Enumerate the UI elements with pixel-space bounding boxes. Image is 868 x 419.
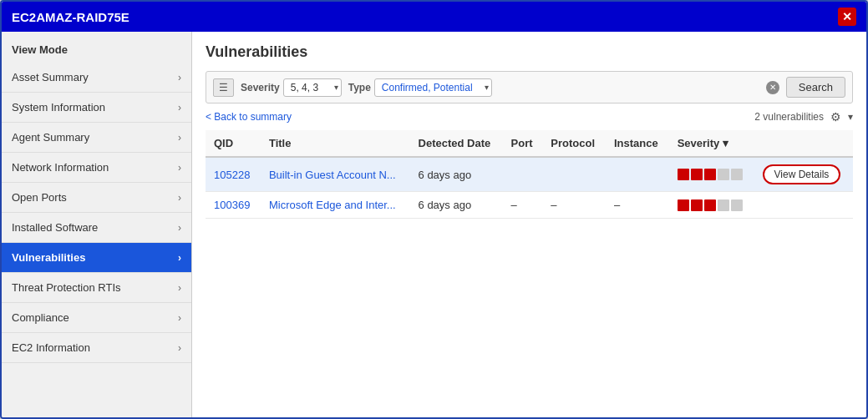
severity-bar xyxy=(704,199,716,211)
qid-cell[interactable]: 100369 xyxy=(206,192,261,219)
vuln-count-row: 2 vulnerabilities ⚙ ▾ xyxy=(754,110,853,124)
chevron-right-icon: › xyxy=(178,252,181,264)
severity-bar xyxy=(731,169,743,180)
sidebar-item-asset-summary[interactable]: Asset Summary› xyxy=(2,63,191,93)
protocol-cell: – xyxy=(542,192,606,219)
chevron-right-icon: › xyxy=(178,192,181,204)
columns-icon: ☰ xyxy=(219,82,228,93)
vuln-table-body: 105228 Built-in Guest Account N... 6 day… xyxy=(206,157,853,219)
type-filter-label: Type xyxy=(348,82,371,93)
sidebar-item-agent-summary[interactable]: Agent Summary› xyxy=(2,123,191,153)
severity-sort-icon: ▾ xyxy=(723,137,728,149)
severity-dropdown-wrapper[interactable]: 5, 4, 3 ▾ xyxy=(283,78,342,97)
severity-filter-label: Severity xyxy=(241,82,280,93)
vuln-count: 2 vulnerabilities xyxy=(754,111,824,123)
columns-button[interactable]: ☰ xyxy=(213,78,234,97)
view-details-button[interactable]: View Details xyxy=(763,164,841,184)
severity-value[interactable]: 5, 4, 3 xyxy=(283,78,342,97)
detected-date-cell: 6 days ago xyxy=(410,192,503,219)
instance-cell: – xyxy=(606,192,669,219)
detected-date-cell: 6 days ago xyxy=(410,157,503,192)
col-severity[interactable]: Severity ▾ xyxy=(669,130,754,157)
sidebar-item-network-information[interactable]: Network Information› xyxy=(2,153,191,183)
main-window: EC2AMAZ-RAID75E ✕ View Mode Asset Summar… xyxy=(0,0,868,419)
severity-bar xyxy=(704,169,716,180)
severity-bars xyxy=(678,199,746,211)
col-qid: QID xyxy=(206,130,261,157)
view-mode-label: View Mode xyxy=(2,32,191,63)
chevron-right-icon: › xyxy=(178,132,181,144)
chevron-right-icon: › xyxy=(178,72,181,83)
type-dropdown-wrapper[interactable]: Confirmed, Potential ▾ xyxy=(374,78,492,97)
sidebar-item-label: Compliance xyxy=(12,311,69,324)
table-row: 105228 Built-in Guest Account N... 6 day… xyxy=(206,157,853,192)
col-port: Port xyxy=(503,130,543,157)
severity-bar xyxy=(691,199,703,211)
search-button[interactable]: Search xyxy=(786,77,845,98)
sidebar-item-label: Installed Software xyxy=(12,221,98,234)
back-to-summary-link[interactable]: < Back to summary xyxy=(206,111,292,123)
col-instance: Instance xyxy=(606,130,669,157)
col-detected-date: Detected Date xyxy=(410,130,503,157)
type-filter-group: Type Confirmed, Potential ▾ xyxy=(348,78,492,97)
sidebar-item-compliance[interactable]: Compliance› xyxy=(2,303,191,333)
severity-filter-group: Severity 5, 4, 3 ▾ xyxy=(241,78,342,97)
sidebar-item-ec2-information[interactable]: EC2 Information› xyxy=(2,333,191,363)
severity-bar xyxy=(691,169,703,180)
sidebar-item-label: Threat Protection RTIs xyxy=(12,281,121,294)
severity-bar xyxy=(718,199,729,211)
protocol-cell xyxy=(542,157,606,192)
actions-cell xyxy=(754,192,853,219)
port-cell xyxy=(503,157,543,192)
sidebar-item-label: EC2 Information xyxy=(12,341,90,354)
sidebar-item-label: System Information xyxy=(12,101,105,114)
chevron-right-icon: › xyxy=(178,162,181,174)
qid-cell[interactable]: 105228 xyxy=(206,157,261,192)
col-title: Title xyxy=(261,130,410,157)
back-row: < Back to summary 2 vulnerabilities ⚙ ▾ xyxy=(206,110,853,124)
chevron-right-icon: › xyxy=(178,102,181,114)
title-cell[interactable]: Built-in Guest Account N... xyxy=(261,157,410,192)
severity-bars xyxy=(678,169,746,180)
titlebar: EC2AMAZ-RAID75E ✕ xyxy=(2,2,866,32)
chevron-right-icon: › xyxy=(178,282,181,294)
severity-bar xyxy=(731,199,743,211)
main-layout: View Mode Asset Summary›System Informati… xyxy=(2,32,866,417)
window-title: EC2AMAZ-RAID75E xyxy=(12,10,129,24)
settings-icon[interactable]: ⚙ xyxy=(830,110,841,124)
severity-bar xyxy=(678,199,689,211)
severity-bar xyxy=(678,169,689,180)
chevron-right-icon: › xyxy=(178,342,181,354)
col-protocol: Protocol xyxy=(542,130,606,157)
sidebar-item-vulnerabilities[interactable]: Vulnerabilities› xyxy=(2,243,191,273)
toolbar: ☰ Severity 5, 4, 3 ▾ Type Confirmed, Pot… xyxy=(206,71,853,103)
type-value[interactable]: Confirmed, Potential xyxy=(374,78,492,97)
sidebar: View Mode Asset Summary›System Informati… xyxy=(2,32,192,417)
col-actions xyxy=(754,130,853,157)
sidebar-item-label: Network Information xyxy=(12,161,109,174)
chevron-right-icon: › xyxy=(178,312,181,324)
sidebar-item-label: Agent Summary xyxy=(12,131,89,144)
sidebar-item-system-information[interactable]: System Information› xyxy=(2,93,191,123)
vulnerabilities-table: QID Title Detected Date Port Protocol In… xyxy=(206,130,853,219)
actions-cell: View Details xyxy=(754,157,853,192)
sidebar-nav: Asset Summary›System Information›Agent S… xyxy=(2,63,191,363)
severity-cell xyxy=(669,192,754,219)
instance-cell xyxy=(606,157,669,192)
close-button[interactable]: ✕ xyxy=(838,8,856,26)
title-cell[interactable]: Microsoft Edge and Inter... xyxy=(261,192,410,219)
port-cell: – xyxy=(503,192,543,219)
sidebar-item-installed-software[interactable]: Installed Software› xyxy=(2,213,191,243)
clear-filter-button[interactable]: ✕ xyxy=(766,81,779,94)
sidebar-item-open-ports[interactable]: Open Ports› xyxy=(2,183,191,213)
content-area: Vulnerabilities ☰ Severity 5, 4, 3 ▾ Typ… xyxy=(192,32,866,417)
sidebar-item-label: Vulnerabilities xyxy=(12,251,85,264)
expand-icon[interactable]: ▾ xyxy=(848,111,853,123)
sidebar-item-label: Open Ports xyxy=(12,191,67,204)
chevron-right-icon: › xyxy=(178,222,181,234)
sidebar-item-threat-protection[interactable]: Threat Protection RTIs› xyxy=(2,273,191,303)
severity-cell xyxy=(669,157,754,192)
table-row: 100369 Microsoft Edge and Inter... 6 day… xyxy=(206,192,853,219)
severity-bar xyxy=(718,169,729,180)
page-title: Vulnerabilities xyxy=(206,43,853,61)
